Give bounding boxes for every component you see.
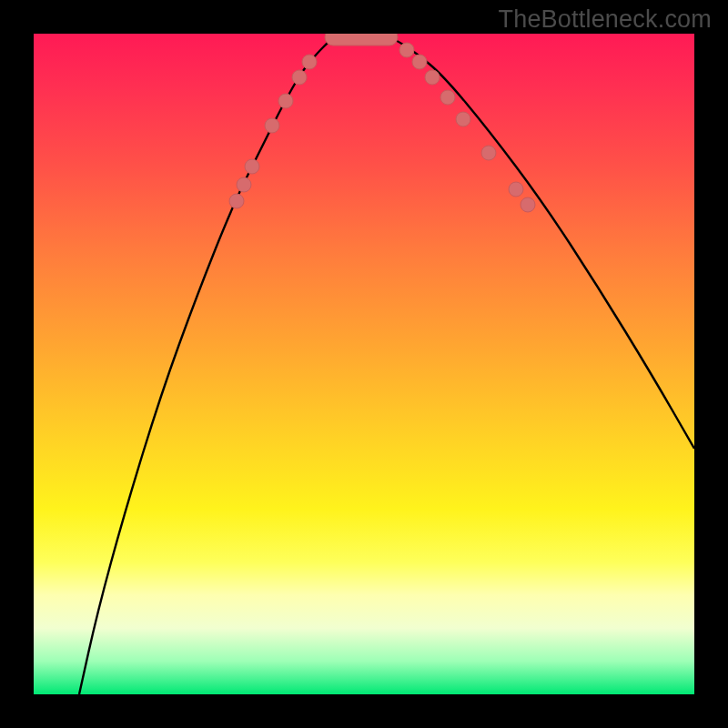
curve-dots [229,34,535,212]
curve-dot [292,70,307,85]
curve-bottom-pill [325,34,398,46]
watermark-text: TheBottleneck.com [498,5,712,34]
curve-dot [521,197,535,212]
curve-dot [456,112,470,126]
chart-frame: TheBottleneck.com [0,0,728,728]
curve-dot [265,118,279,133]
curve-dot [302,55,317,69]
curve-dot [237,177,251,192]
curve-dot [425,70,440,85]
plot-area [34,34,694,694]
curve-dot [245,159,259,174]
curve-dot [412,55,427,69]
curve-dot [481,146,496,160]
bottleneck-curve-svg [34,34,694,694]
curve-dot [278,94,293,108]
curve-dot [509,182,523,197]
curve-dot [440,90,455,105]
bottleneck-curve-path [79,34,694,694]
curve-dot [229,194,244,208]
curve-dot [399,43,414,57]
